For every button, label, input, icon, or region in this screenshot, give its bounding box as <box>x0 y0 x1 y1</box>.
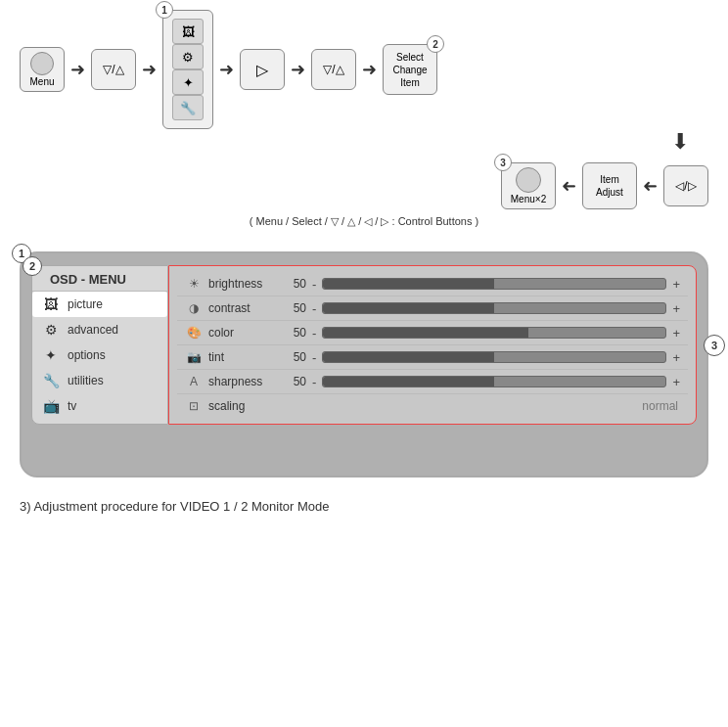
diagram-top-row: Menu ➜ ▽/△ ➜ 1 🖼 ⚙ ✦ 🔧 ➜ ▷ ➜ ▽/△ ➜ 2 <box>20 10 708 129</box>
arrow4: ➜ <box>291 59 305 80</box>
color-icon: 🎨 <box>183 324 205 341</box>
osd-item-label-advanced: advanced <box>68 323 118 337</box>
contrast-plus: + <box>672 301 680 316</box>
tint-plus: + <box>672 350 680 365</box>
contrast-value: 50 <box>283 301 306 315</box>
select-box: 2 Select Change Item <box>383 44 437 95</box>
scaling-icon: ⊡ <box>183 397 205 415</box>
nav-updown2-label: ▽/△ <box>323 63 343 76</box>
scaling-value: normal <box>283 399 682 413</box>
scaling-label: scaling <box>208 399 279 413</box>
control-caption: ( Menu / Select / ▽ / △ / ◁ / ▷ : Contro… <box>20 215 708 232</box>
osd-menu-item-utilities[interactable]: 🔧 utilities <box>32 368 167 393</box>
arrow-left2: ➜ <box>643 175 658 197</box>
diagram-section: Menu ➜ ▽/△ ➜ 1 🖼 ⚙ ✦ 🔧 ➜ ▷ ➜ ▽/△ ➜ 2 <box>0 0 728 242</box>
osd-title: OSD - MENU <box>32 266 167 292</box>
diagram-bottom-row: 3 Menu×2 ➜ Item Adjust ➜ ◁/▷ <box>20 162 708 209</box>
brightness-minus: - <box>312 277 316 292</box>
lr-icon: ◁/▷ <box>675 179 696 193</box>
osd-badge3: 3 <box>704 335 725 356</box>
sharpness-minus: - <box>312 375 316 389</box>
contrast-icon: ◑ <box>183 299 205 317</box>
sharpness-fill <box>323 377 494 386</box>
contrast-label: contrast <box>208 301 279 315</box>
submenu-box: 1 🖼 ⚙ ✦ 🔧 <box>162 10 213 129</box>
slider-row-brightness: ☀ brightness 50 - + <box>177 272 688 296</box>
step2-badge: 2 <box>427 35 444 53</box>
slider-row-sharpness: A sharpness 50 - + <box>177 370 688 394</box>
osd-section: 1 2 OSD - MENU 🖼 picture ⚙ advanced ✦ op… <box>20 251 708 477</box>
slider-row-tint: 📷 tint 50 - + <box>177 345 688 370</box>
menu-box: Menu <box>20 47 65 92</box>
contrast-track[interactable] <box>322 302 666 314</box>
osd-menu-item-options[interactable]: ✦ options <box>32 342 167 368</box>
osd-right-panel: ☀ brightness 50 - + ◑ contrast 50 - + 🎨 <box>168 265 697 425</box>
sharpness-icon: A <box>183 373 205 390</box>
brightness-icon: ☀ <box>183 275 205 293</box>
icon-utilities: 🔧 <box>172 95 204 120</box>
tint-track[interactable] <box>322 351 666 363</box>
osd-menu-item-advanced[interactable]: ⚙ advanced <box>32 317 167 342</box>
advanced-icon: ⚙ <box>40 321 62 339</box>
tint-fill <box>323 352 494 362</box>
icon-picture: 🖼 <box>172 19 204 44</box>
slider-row-contrast: ◑ contrast 50 - + <box>177 296 688 321</box>
lr-box: ◁/▷ <box>663 165 708 206</box>
nav-updown-box1: ▽/△ <box>91 49 136 90</box>
color-track[interactable] <box>322 327 666 339</box>
color-label: color <box>208 326 279 340</box>
osd-footer-space <box>31 425 697 464</box>
sharpness-value: 50 <box>283 375 306 388</box>
step1-badge: 1 <box>156 1 173 19</box>
item-adjust-box: Item Adjust <box>582 162 637 209</box>
utilities-icon: 🔧 <box>40 372 62 389</box>
brightness-fill <box>323 279 494 289</box>
color-minus: - <box>312 326 316 341</box>
slider-row-color: 🎨 color 50 - + <box>177 321 688 345</box>
color-plus: + <box>672 326 680 341</box>
osd-item-label-options: options <box>68 348 106 362</box>
tint-icon: 📷 <box>183 348 205 366</box>
arrow-down-icon: ⬇ <box>671 129 689 155</box>
arrow2: ➜ <box>142 59 157 80</box>
item-adjust-label: Item Adjust <box>596 173 623 199</box>
menu-x2-box: 3 Menu×2 <box>501 162 556 209</box>
nav-updown-box2: ▽/△ <box>311 49 356 90</box>
slider-container: ☀ brightness 50 - + ◑ contrast 50 - + 🎨 <box>177 272 688 418</box>
arrow1: ➜ <box>70 59 85 80</box>
tv-icon: 📺 <box>40 397 62 415</box>
tint-minus: - <box>312 350 316 365</box>
picture-icon: 🖼 <box>40 295 62 313</box>
contrast-minus: - <box>312 301 316 316</box>
slider-row-scaling: ⊡ scaling normal <box>177 394 688 418</box>
color-value: 50 <box>283 326 306 340</box>
contrast-fill <box>323 303 494 313</box>
brightness-value: 50 <box>283 277 306 291</box>
osd-left-panel: 2 OSD - MENU 🖼 picture ⚙ advanced ✦ opti… <box>31 265 168 425</box>
sharpness-plus: + <box>672 375 680 389</box>
play-icon: ▷ <box>256 61 268 79</box>
nav-updown1-label: ▽/△ <box>103 63 123 76</box>
osd-item-label-utilities: utilities <box>68 374 104 387</box>
footer-text: 3) Adjustment procedure for VIDEO 1 / 2 … <box>0 487 728 522</box>
menu-circle-icon <box>30 52 54 75</box>
osd-inner: 2 OSD - MENU 🖼 picture ⚙ advanced ✦ opti… <box>31 265 697 425</box>
step3-badge: 3 <box>494 154 512 171</box>
icon-options: ✦ <box>172 69 204 95</box>
menu-label: Menu <box>29 76 54 87</box>
icon-advanced: ⚙ <box>172 44 204 69</box>
brightness-label: brightness <box>208 277 279 291</box>
options-icon: ✦ <box>40 346 62 364</box>
brightness-plus: + <box>672 277 680 292</box>
osd-item-label-picture: picture <box>68 297 103 311</box>
menu-x2-circle <box>516 167 541 193</box>
select-label: Select Change Item <box>392 51 427 89</box>
osd-menu-item-tv[interactable]: 📺 tv <box>32 393 167 419</box>
color-fill <box>323 328 528 338</box>
arrow5: ➜ <box>362 59 377 80</box>
menu-x2-label: Menu×2 <box>511 194 546 204</box>
sharpness-track[interactable] <box>322 376 666 387</box>
brightness-track[interactable] <box>322 278 666 290</box>
osd-item-label-tv: tv <box>68 399 76 413</box>
osd-menu-item-picture[interactable]: 🖼 picture <box>32 292 167 317</box>
